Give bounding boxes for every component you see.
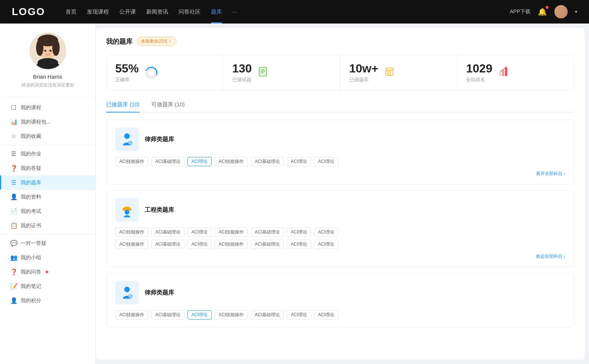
bank-title: 工程类题库 <box>145 206 174 214</box>
chat-icon: 💬 <box>10 240 17 247</box>
bank-tag[interactable]: ACI理论 <box>287 310 311 320</box>
logo[interactable]: LOGO <box>12 6 45 18</box>
nav-news[interactable]: 新闻资讯 <box>146 8 168 15</box>
sidebar-item-my-qa[interactable]: ❓ 我的问答 <box>0 265 95 279</box>
menu-label: 一对一答疑 <box>21 240 46 247</box>
bank-card-lawyer-2: 律师类题库 ACI技能操作 ACI基础理论 ACI理论 ACI技能操作 ACI基… <box>106 273 574 327</box>
bank-tag[interactable]: ACI基础理论 <box>251 228 284 237</box>
sidebar-item-notes[interactable]: 📝 我的笔记 <box>0 279 95 293</box>
bank-tag[interactable]: ACI理论 <box>314 157 338 166</box>
stat-value-ranking: 1029 <box>466 63 492 74</box>
sidebar-item-favorites[interactable]: ☆ 我的收藏 <box>0 129 95 143</box>
notes-icon: 📝 <box>10 283 17 290</box>
exam-icon: 📄 <box>10 208 17 215</box>
expand-button[interactable]: 展开全部科目 › <box>536 171 565 176</box>
tabs-row: 已做题库 (10) 可做题库 (10) <box>106 101 574 113</box>
unread-dot <box>46 271 48 273</box>
sidebar-item-courses[interactable]: ☐ 我的课程 <box>0 100 95 115</box>
trial-badge: 体验剩余23天！ <box>137 37 176 46</box>
stat-value-questions: 130 <box>232 63 252 74</box>
svg-rect-29 <box>123 209 132 210</box>
bank-tag[interactable]: ACI理论 <box>187 228 212 237</box>
nav-opencourse[interactable]: 公开课 <box>119 8 136 15</box>
sidebar-item-materials[interactable]: 👤 我的资料 <box>0 190 95 204</box>
bank-tag[interactable]: ACI技能操作 <box>215 157 248 166</box>
bank-tag[interactable]: ACI基础理论 <box>251 157 284 166</box>
sidebar-item-course-package[interactable]: 📊 我的课程包... <box>0 115 95 129</box>
nav-home[interactable]: 首页 <box>66 8 77 15</box>
bank-tag[interactable]: ACI技能操作 <box>115 240 148 249</box>
banks-icon <box>384 67 395 79</box>
sidebar-item-homework[interactable]: ☰ 我的作业 <box>0 147 95 161</box>
bank-tag[interactable]: ACI理论 <box>287 157 311 166</box>
sidebar-item-question-bank[interactable]: ☰ 我的题库 <box>0 175 95 190</box>
bank-tag[interactable]: ACI基础理论 <box>251 240 284 249</box>
nav-questionbank[interactable]: 题库 <box>211 8 222 15</box>
menu-label: 我的小组 <box>21 254 41 261</box>
nav-discover[interactable]: 发现课程 <box>87 8 109 15</box>
stat-label-questions: 已做试题 <box>232 76 252 83</box>
bank-tag[interactable]: ACI理论 <box>187 240 212 249</box>
tab-done-banks[interactable]: 已做题库 (10) <box>106 101 140 112</box>
bank-tag[interactable]: ACI理论 <box>314 228 338 237</box>
stat-ranking: 1029 全站排名 <box>457 55 574 90</box>
bank-tag[interactable]: ACI理论 <box>314 240 338 249</box>
page-title: 我的题库 <box>106 37 133 46</box>
menu-label: 我的笔记 <box>21 283 41 290</box>
notification-bell[interactable]: 🔔 <box>538 7 547 16</box>
sidebar-item-questions[interactable]: ❓ 我的答疑 <box>0 161 95 175</box>
svg-point-8 <box>38 58 58 67</box>
bank-tag[interactable]: ACI技能操作 <box>115 228 148 237</box>
sidebar-item-exam[interactable]: 📄 我的考试 <box>0 204 95 218</box>
menu-label: 我的课程 <box>21 104 41 111</box>
nav-items: 首页 发现课程 公开课 新闻资讯 问答社区 题库 ··· <box>66 8 498 15</box>
course-icon: ☐ <box>10 104 17 111</box>
bank-tag[interactable]: ACI基础理论 <box>151 157 184 166</box>
sidebar-item-points[interactable]: 👤 我的积分 <box>0 293 95 308</box>
svg-rect-18 <box>386 68 393 75</box>
bank-tag[interactable]: ACI技能操作 <box>115 157 148 166</box>
chevron-down-icon[interactable]: ▾ <box>575 9 577 14</box>
svg-point-5 <box>38 35 58 46</box>
bank-tag[interactable]: ACI技能操作 <box>215 228 248 237</box>
bank-tag[interactable]: ACI基础理论 <box>251 310 284 320</box>
qa-icon: ❓ <box>10 268 17 275</box>
bank-tag-selected[interactable]: ACI理论 <box>187 157 212 166</box>
collapse-button[interactable]: 收起全部科目 › <box>536 254 565 259</box>
tab-available-banks[interactable]: 可做题库 (10) <box>151 101 185 112</box>
svg-rect-22 <box>499 72 501 76</box>
bank-tag[interactable]: ACI基础理论 <box>151 228 184 237</box>
bank-tag[interactable]: ACI基础理论 <box>151 240 184 249</box>
stat-text: 10w+ 已做题库 <box>349 63 378 83</box>
bank-tag[interactable]: ACI技能操作 <box>215 240 248 249</box>
sidebar-item-certificate[interactable]: 📋 我的证书 <box>0 218 95 233</box>
group-icon: 👥 <box>10 254 17 261</box>
notification-badge <box>546 6 549 9</box>
divider <box>0 145 95 145</box>
stat-value-accuracy: 55% <box>115 63 139 74</box>
stat-label-ranking: 全站排名 <box>466 76 492 83</box>
lawyer-icon <box>115 128 139 151</box>
sidebar-item-group[interactable]: 👥 我的小组 <box>0 250 95 265</box>
app-download-button[interactable]: APP下载 <box>510 8 530 15</box>
user-avatar <box>29 32 66 69</box>
bank-tag[interactable]: ACI理论 <box>314 310 338 320</box>
bank-tag[interactable]: ACI技能操作 <box>215 310 248 320</box>
avatar[interactable] <box>554 5 568 18</box>
svg-point-10 <box>49 50 52 52</box>
sidebar-item-one-on-one[interactable]: 💬 一对一答疑 <box>0 236 95 250</box>
bank-tags: ACI技能操作 ACI基础理论 ACI理论 ACI技能操作 ACI基础理论 AC… <box>115 157 565 166</box>
questions-icon <box>258 67 268 79</box>
bank-tag[interactable]: ACI技能操作 <box>115 310 148 320</box>
bank-tag[interactable]: ACI理论 <box>287 228 311 237</box>
nav-qa[interactable]: 问答社区 <box>179 8 201 15</box>
avatar-image <box>29 32 66 69</box>
menu-label: 我的积分 <box>21 297 41 304</box>
bank-card-header: 律师类题库 <box>115 128 565 151</box>
bank-tag[interactable]: ACI基础理论 <box>151 310 184 320</box>
stats-row: 55% 正确率 130 已做试题 <box>106 55 574 91</box>
svg-rect-14 <box>259 67 267 76</box>
bank-tag-selected[interactable]: ACI理论 <box>187 310 212 320</box>
nav-more[interactable]: ··· <box>232 8 237 15</box>
bank-tag[interactable]: ACI理论 <box>287 240 311 249</box>
